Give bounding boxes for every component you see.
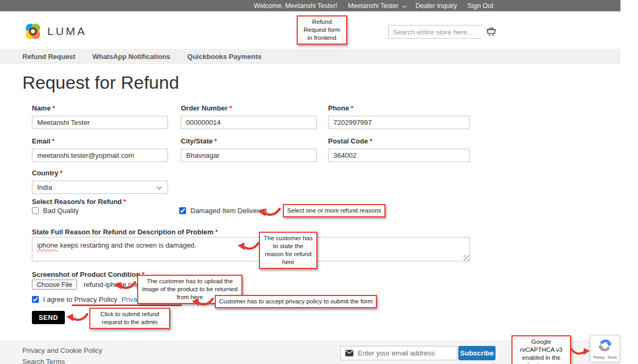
top-bar: Welcome, Meetanshi Tester! Meetanshi Tes… xyxy=(0,0,620,12)
annotation-accept-privacy: Customer has to accept privacy policy to… xyxy=(215,295,377,308)
privacy-text: I agree to Privacy Policy xyxy=(43,295,117,303)
misspelled-word: iphone xyxy=(37,241,58,249)
search-bar xyxy=(388,25,482,39)
footer-privacy-link[interactable]: Privacy and Cookie Policy xyxy=(22,346,102,354)
order-number-label: Order Number* xyxy=(181,104,317,112)
chevron-down-icon xyxy=(402,3,406,7)
order-number-field[interactable] xyxy=(181,116,317,129)
choose-file-button[interactable]: Choose File xyxy=(32,280,77,290)
resize-handle[interactable] xyxy=(464,255,469,260)
sign-out-link[interactable]: Sign Out xyxy=(467,2,493,10)
annotation-arrow-left-icon xyxy=(236,240,259,252)
annotation-arrow-left-icon xyxy=(113,280,136,291)
country-label: Country* xyxy=(32,169,168,177)
annotation-arrow-left-icon xyxy=(256,206,281,218)
recaptcha-badge[interactable]: Privacy - Terms xyxy=(590,335,620,362)
annotation-frontend-form: Refund Request form in frontend xyxy=(297,15,347,45)
email-label: Email* xyxy=(32,137,168,145)
search-input[interactable] xyxy=(389,26,491,38)
phone-label: Phone* xyxy=(328,104,470,112)
description-text: keeps restarting and the screen is damag… xyxy=(58,241,196,249)
store-logo[interactable]: LUMA xyxy=(24,22,87,40)
upload-label: Screenshot of Product Condition* xyxy=(32,270,145,278)
annotation-refund-reasons: Select one or more refund reasons xyxy=(283,204,385,217)
account-menu[interactable]: Meetanshi Tester xyxy=(348,2,405,10)
newsletter-email-input[interactable] xyxy=(358,349,452,357)
annotation-click-submit: Click to submit refund request to the ad… xyxy=(89,308,170,329)
chevron-down-icon xyxy=(157,184,162,190)
send-button[interactable]: SEND xyxy=(32,311,65,324)
phone-field[interactable] xyxy=(328,116,470,129)
nav-quickbooks-payments[interactable]: Quickbooks Payments xyxy=(187,53,261,61)
footer-search-terms-link[interactable]: Search Terms xyxy=(22,358,65,364)
postal-code-field[interactable] xyxy=(328,149,470,162)
annotation-arrow-right-icon xyxy=(570,345,591,357)
city-state-field[interactable] xyxy=(181,149,317,162)
page-title: Request for Refund xyxy=(22,72,179,93)
city-state-label: City/State* xyxy=(181,137,317,145)
logo-text: LUMA xyxy=(47,25,87,38)
annotation-arrow-left-icon xyxy=(190,296,214,308)
country-select[interactable]: India xyxy=(32,181,168,194)
nav-whatsapp-notifications[interactable]: WhatsApp Notifications xyxy=(93,53,171,61)
annotation-underline xyxy=(72,304,182,306)
description-label: State Full Reason for Refund or Descript… xyxy=(32,228,218,236)
annotation-recaptcha: Google reCAPTHCA v3 enabled in the refun… xyxy=(511,335,571,364)
recaptcha-icon xyxy=(598,338,612,352)
annotation-arrow-left-icon xyxy=(65,311,88,323)
newsletter-form: Subscribe xyxy=(340,346,496,360)
envelope-icon xyxy=(345,350,354,357)
name-field[interactable] xyxy=(32,116,168,129)
nav-refund-request[interactable]: Refund Request xyxy=(22,53,75,61)
name-label: Name* xyxy=(32,104,168,112)
luma-logo-icon xyxy=(24,22,42,40)
subscribe-button[interactable]: Subscribe xyxy=(458,346,496,360)
cart-icon[interactable] xyxy=(485,26,497,38)
reason-bad-quality-checkbox[interactable] xyxy=(32,207,39,214)
recaptcha-privacy-terms[interactable]: Privacy - Terms xyxy=(591,355,619,359)
welcome-message: Welcome, Meetanshi Tester! xyxy=(254,2,337,10)
reason-bad-quality-label: Bad Quality xyxy=(43,207,79,215)
dealer-inquiry-link[interactable]: Dealer Inquiry xyxy=(416,2,457,10)
reasons-label: Select Reason/s for Refund* xyxy=(32,198,126,206)
annotation-state-reason: The customer has to state the reason for… xyxy=(259,232,317,269)
reason-damaged-item-checkbox[interactable] xyxy=(179,207,186,214)
postal-code-label: Postal Code* xyxy=(328,137,470,145)
page: Welcome, Meetanshi Tester! Meetanshi Tes… xyxy=(0,0,638,364)
reason-damaged-item-label: Damaged Item Delivered xyxy=(190,207,267,215)
main-nav: Refund Request WhatsApp Notifications Qu… xyxy=(0,49,620,64)
privacy-policy-checkbox[interactable] xyxy=(32,296,39,303)
email-field[interactable] xyxy=(32,149,168,162)
